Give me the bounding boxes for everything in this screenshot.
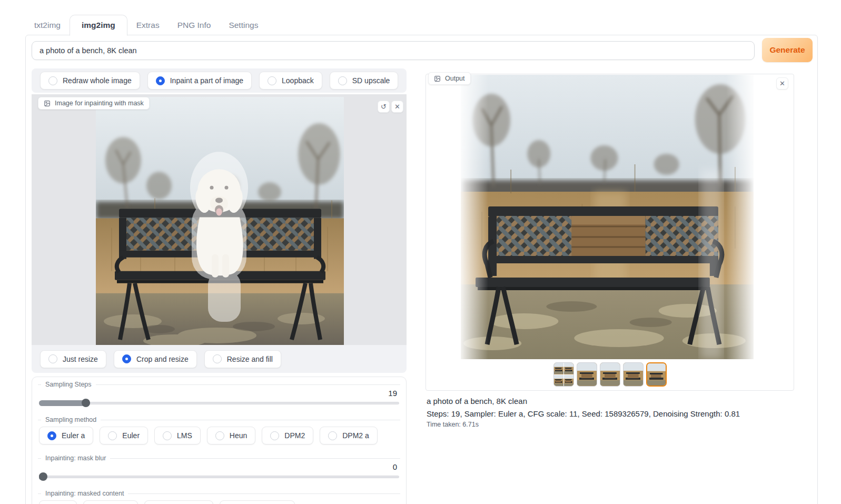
radio-label: Crop and resize — [136, 355, 189, 363]
radio-dot — [338, 76, 347, 85]
tab-txt2img[interactable]: txt2img — [25, 15, 70, 35]
output-label: Output — [428, 72, 471, 85]
sampling-settings-panel: Sampling Steps 19 Sampling method Euler … — [32, 377, 407, 504]
tab-settings[interactable]: Settings — [220, 15, 267, 35]
masked-content-label: Inpainting: masked content — [38, 486, 400, 497]
sampling-steps-group: Sampling Steps 19 — [32, 377, 406, 407]
result-prompt-text: a photo of a bench, 8K clean — [427, 397, 794, 406]
resize-just-resize[interactable]: Just resize — [40, 350, 106, 368]
radio-label: Just resize — [63, 355, 98, 363]
output-thumbnail[interactable] — [600, 362, 620, 387]
output-thumbnail[interactable] — [577, 362, 597, 387]
resize-crop-and-resize[interactable]: Crop and resize — [114, 350, 197, 368]
close-icon: ✕ — [779, 80, 785, 87]
tab-img2img[interactable]: img2img — [70, 15, 127, 36]
output-image[interactable] — [461, 75, 754, 359]
undo-button[interactable]: ↺ — [378, 101, 390, 113]
output-thumbnail[interactable] — [623, 362, 644, 387]
radio-label: DPM2 — [284, 431, 305, 440]
radio-dot — [163, 431, 172, 440]
close-icon: ✕ — [394, 103, 400, 110]
prompt-input[interactable] — [32, 41, 755, 60]
radio-dot — [213, 354, 222, 363]
mask-blur-group: Inpainting: mask blur 0 — [32, 451, 406, 481]
radio-dot — [48, 354, 57, 363]
radio-label: LMS — [177, 431, 192, 440]
slider-track[interactable] — [39, 402, 399, 404]
radio-label: Euler a — [62, 431, 85, 440]
sampler-dpm2[interactable]: DPM2 — [262, 427, 313, 444]
resize-mode-group: Just resize Crop and resize Resize and f… — [32, 345, 407, 373]
sampling-steps-slider[interactable] — [39, 399, 399, 407]
radio-dot — [122, 354, 131, 363]
sampler-euler-a[interactable]: Euler a — [39, 427, 93, 444]
output-gallery — [426, 362, 794, 387]
radio-dot — [108, 431, 117, 440]
output-column: Output ✕ — [426, 74, 794, 428]
img2img-mode-group: Redraw whole image Inpaint a part of ima… — [32, 68, 407, 93]
slider-handle[interactable] — [39, 472, 47, 481]
close-output-button[interactable]: ✕ — [776, 77, 788, 90]
input-column: Redraw whole image Inpaint a part of ima… — [32, 68, 407, 504]
undo-icon: ↺ — [381, 103, 387, 110]
output-thumbnail-selected[interactable] — [646, 362, 667, 387]
thumbnail-grid-preview — [554, 363, 573, 386]
mode-inpaint-part[interactable]: Inpaint a part of image — [147, 72, 252, 90]
radio-label: Heun — [230, 431, 247, 440]
radio-dot — [328, 431, 337, 440]
masked-content-group: Inpainting: masked content fill original… — [32, 486, 406, 504]
slider-track[interactable] — [39, 476, 399, 478]
slider-handle[interactable] — [82, 399, 90, 407]
mask-blur-slider[interactable] — [39, 472, 399, 481]
sampling-steps-label: Sampling Steps — [38, 377, 400, 388]
mask-blur-label: Inpainting: mask blur — [38, 451, 400, 462]
radio-label: Euler — [122, 431, 140, 440]
image-icon — [44, 100, 51, 107]
mode-loopback[interactable]: Loopback — [259, 72, 322, 90]
output-thumbnail-grid[interactable] — [553, 362, 574, 387]
inpaint-image-canvas[interactable] — [96, 97, 344, 345]
radio-label: Loopback — [282, 76, 314, 85]
radio-dot — [47, 431, 56, 440]
inpaint-image — [96, 97, 344, 345]
mask-blur-value: 0 — [38, 462, 400, 472]
sampler-lms[interactable]: LMS — [154, 427, 201, 444]
radio-dot — [156, 76, 165, 85]
inpaint-image-label: Image for inpainting with mask — [38, 97, 150, 110]
masked-content-latent-nothing[interactable]: latent nothing — [220, 500, 295, 504]
sampler-dpm2-a[interactable]: DPM2 a — [320, 427, 378, 444]
radio-label: Redraw whole image — [63, 76, 132, 85]
tab-bar: txt2img img2img Extras PNG Info Settings — [25, 15, 267, 35]
inpaint-image-panel: Image for inpainting with mask ↺ ✕ — [32, 94, 407, 345]
sampling-method-group: Sampling method Euler a Euler LMS — [32, 412, 406, 451]
generate-button[interactable]: Generate — [762, 38, 813, 62]
masked-content-original[interactable]: original — [83, 500, 138, 504]
result-image — [461, 75, 754, 359]
tab-extras[interactable]: Extras — [127, 15, 169, 35]
radio-label: Inpaint a part of image — [170, 76, 243, 85]
radio-dot — [48, 76, 57, 85]
masked-content-latent-noise[interactable]: latent noise — [144, 500, 213, 504]
radio-dot — [270, 431, 279, 440]
radio-label: SD upscale — [352, 76, 390, 85]
sampling-steps-value: 19 — [38, 388, 400, 399]
clear-image-button[interactable]: ✕ — [391, 101, 403, 113]
result-time-text: Time taken: 6.71s — [427, 421, 794, 428]
image-icon — [434, 75, 441, 82]
masked-content-fill[interactable]: fill — [39, 500, 77, 504]
mode-sd-upscale[interactable]: SD upscale — [330, 72, 399, 90]
mode-redraw-whole-image[interactable]: Redraw whole image — [40, 72, 140, 90]
radio-dot — [215, 431, 224, 440]
sampling-method-label: Sampling method — [38, 412, 400, 423]
output-panel: Output ✕ — [426, 74, 794, 391]
radio-label: DPM2 a — [342, 431, 369, 440]
radio-label: Resize and fill — [227, 355, 273, 363]
radio-dot — [268, 76, 276, 85]
sampler-euler[interactable]: Euler — [100, 427, 148, 444]
sampler-heun[interactable]: Heun — [207, 427, 255, 444]
tab-png-info[interactable]: PNG Info — [169, 15, 220, 35]
resize-resize-and-fill[interactable]: Resize and fill — [204, 350, 281, 368]
result-params-text: Steps: 19, Sampler: Euler a, CFG scale: … — [427, 409, 794, 418]
img2img-panel: Generate Redraw whole image Inpaint a pa… — [25, 35, 818, 504]
generation-info: a photo of a bench, 8K clean Steps: 19, … — [426, 397, 794, 428]
